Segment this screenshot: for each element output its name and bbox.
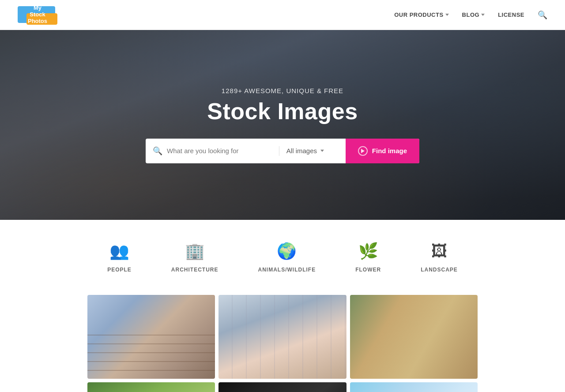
search-icon: 🔍 [153,146,162,156]
search-input[interactable] [167,147,272,155]
category-flower-label: FLOWER [355,267,381,273]
find-btn-label: Find image [372,147,407,155]
category-select[interactable]: All images [279,147,346,155]
landscape-icon: 🖼 [431,242,447,260]
nav-our-products-chevron [445,14,449,16]
logo[interactable]: My Stock Photos [18,4,57,26]
category-architecture[interactable]: 🏢 ARCHITECTURE [171,242,218,273]
nav-blog-chevron [481,14,485,16]
logo-stock: Stock [30,11,45,18]
category-chevron-icon [320,150,324,152]
nav-license[interactable]: LICENSE [498,11,524,18]
find-image-button[interactable]: Find image [346,139,419,163]
photo-card-4[interactable] [87,382,215,392]
category-landscape[interactable]: 🖼 LANDSCAPE [421,242,458,273]
logo-box: My Stock Photos [18,4,57,26]
nav-license-label: LICENSE [498,11,524,18]
category-people-label: PEOPLE [107,267,132,273]
category-landscape-label: LANDSCAPE [421,267,458,273]
flower-icon: 🌿 [358,242,378,260]
nav-our-products-label: OUR PRODUCTS [394,11,443,18]
architecture-icon: 🏢 [185,242,205,260]
category-flower[interactable]: 🌿 FLOWER [355,242,381,273]
find-btn-circle [358,146,368,156]
category-animals-label: ANIMALS/WILDLIFE [258,267,316,273]
nav-blog-label: BLOG [462,11,480,18]
search-bar: 🔍 All images Find image [146,139,419,163]
nav-our-products[interactable]: OUR PRODUCTS [394,11,448,18]
photo-grid [0,286,565,392]
photo-card-3[interactable] [350,295,478,379]
logo-my: My [34,4,41,11]
category-architecture-label: ARCHITECTURE [171,267,218,273]
people-icon: 👥 [109,242,129,260]
photo-card-1[interactable] [87,295,215,379]
nav-blog[interactable]: BLOG [462,11,485,18]
category-text: All images [286,147,317,155]
category-people[interactable]: 👥 PEOPLE [107,242,132,273]
find-btn-arrow-icon [361,149,365,153]
hero-section: 1289+ AWESOME, UNIQUE & FREE Stock Image… [0,30,565,220]
search-nav-icon[interactable]: 🔍 [538,10,547,20]
logo-photos: Photos [28,18,47,24]
photo-card-2[interactable] [218,295,346,379]
hero-subtitle: 1289+ AWESOME, UNIQUE & FREE [222,87,343,94]
hero-content: 1289+ AWESOME, UNIQUE & FREE Stock Image… [0,30,565,220]
logo-text: My Stock Photos [28,5,47,25]
category-animals-wildlife[interactable]: 🌍 ANIMALS/WILDLIFE [258,242,316,273]
main-nav: OUR PRODUCTS BLOG LICENSE 🔍 [394,10,547,20]
search-input-wrap: 🔍 [146,146,279,156]
header: My Stock Photos OUR PRODUCTS BLOG LICENS… [0,0,565,30]
animals-icon: 🌍 [277,242,297,260]
photo-card-6[interactable] [350,382,478,392]
categories-section: 👥 PEOPLE 🏢 ARCHITECTURE 🌍 ANIMALS/WILDLI… [0,220,565,286]
hero-title: Stock Images [207,98,358,124]
photo-card-5[interactable] [218,382,346,392]
